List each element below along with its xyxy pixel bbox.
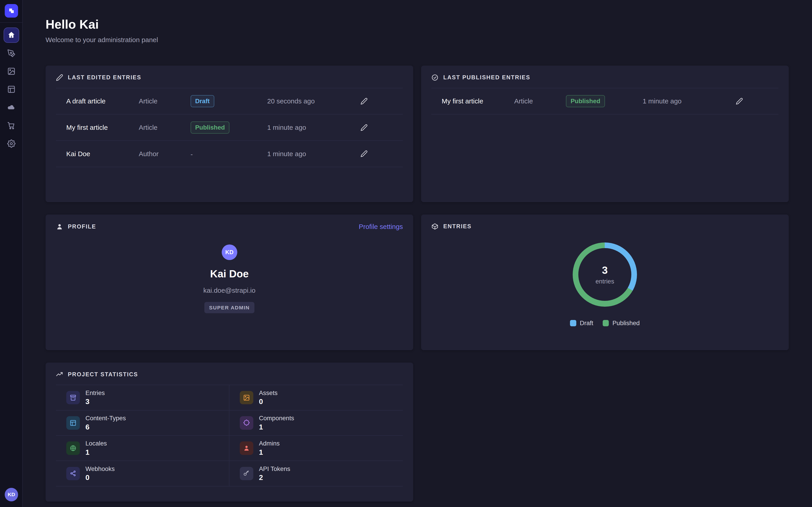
stat-label: Components <box>259 414 294 422</box>
last-edited-header: LAST EDITED ENTRIES <box>56 74 403 81</box>
stat-label: Webhooks <box>86 465 115 472</box>
stat-value: 1 <box>86 448 107 456</box>
page-subtitle: Welcome to your administration panel <box>46 36 789 44</box>
profile-header: PROFILE Profile settings <box>56 223 403 230</box>
stat-value: 6 <box>86 423 126 431</box>
edit-entry-button[interactable] <box>356 120 372 135</box>
entry-name: A draft article <box>66 97 139 105</box>
project-statistics-header: PROJECT STATISTICS <box>56 371 403 378</box>
stats-grid: Entries3 Assets0 Content-Types6 Componen… <box>56 385 403 486</box>
legend-label: Published <box>612 320 640 327</box>
edit-entry-button[interactable] <box>356 94 372 109</box>
card-title: ENTRIES <box>443 223 472 230</box>
entry-type: Article <box>139 97 191 105</box>
media-library-image-icon <box>7 67 15 75</box>
cloud-icon <box>7 103 15 112</box>
edit-entry-button[interactable] <box>356 146 372 162</box>
stat-api-tokens: API Tokens2 <box>230 461 403 486</box>
entries-box-icon <box>70 394 77 401</box>
profile-name: Kai Doe <box>210 268 249 280</box>
entries-header: ENTRIES <box>431 223 778 230</box>
stat-admins: Admins1 <box>230 435 403 461</box>
entries-body: 3 entries Draft Published <box>431 230 778 327</box>
stat-locales: Locales1 <box>56 435 230 461</box>
entry-name: My first article <box>442 97 514 105</box>
profile-avatar: KD <box>222 244 237 260</box>
locales-globe-icon <box>70 445 77 452</box>
profile-settings-link[interactable]: Profile settings <box>359 223 403 230</box>
status-badge: Draft <box>191 95 214 107</box>
sidebar-item-deploy[interactable] <box>4 100 18 115</box>
main-content: Hello Kai Welcome to your administration… <box>23 0 812 507</box>
content-manager-pen-icon <box>7 49 15 57</box>
table-row[interactable]: Kai Doe Author - 1 minute ago <box>56 140 403 167</box>
last-published-card: LAST PUBLISHED ENTRIES My first article … <box>421 66 789 202</box>
card-title: PROJECT STATISTICS <box>68 371 138 378</box>
pencil-icon <box>360 124 368 131</box>
stat-label: Content-Types <box>86 414 126 422</box>
page-header: Hello Kai Welcome to your administration… <box>46 17 789 44</box>
user-avatar[interactable]: KD <box>5 488 18 501</box>
stat-value: 1 <box>259 448 280 456</box>
sidebar-nav <box>4 28 18 151</box>
sidebar-item-home[interactable] <box>4 28 18 42</box>
content-types-layout-icon <box>70 419 77 426</box>
settings-gear-icon <box>7 139 15 148</box>
sidebar-item-settings[interactable] <box>4 136 18 151</box>
api-tokens-key-icon <box>243 470 250 477</box>
entry-time: 20 seconds ago <box>267 97 356 105</box>
edit-entry-button[interactable] <box>732 94 747 109</box>
entry-time: 1 minute ago <box>267 150 356 158</box>
status-badge: Published <box>191 121 230 133</box>
cube-icon <box>431 223 439 230</box>
pencil-icon <box>360 150 368 157</box>
legend-item-draft: Draft <box>570 320 593 327</box>
page-title: Hello Kai <box>46 17 789 32</box>
status-badge: Published <box>566 95 605 107</box>
sidebar-item-marketplace[interactable] <box>4 118 18 133</box>
entries-card: ENTRIES 3 entries Draft <box>421 215 789 350</box>
stat-webhooks: Webhooks0 <box>56 461 230 486</box>
sidebar-footer: KD <box>5 488 18 507</box>
app-root: KD Hello Kai Welcome to your administrat… <box>0 0 812 507</box>
last-published-table: My first article Article Published 1 min… <box>431 88 778 115</box>
home-icon <box>7 31 15 39</box>
pencil-icon <box>56 74 63 81</box>
stat-label: API Tokens <box>259 465 290 472</box>
sidebar-item-content-type-builder[interactable] <box>4 82 18 97</box>
draft-swatch <box>570 320 576 326</box>
legend-item-published: Published <box>603 320 640 327</box>
stat-value: 3 <box>86 397 105 406</box>
marketplace-cart-icon <box>7 121 15 130</box>
entries-count-label: entries <box>596 278 614 285</box>
table-row[interactable]: A draft article Article Draft 20 seconds… <box>56 88 403 114</box>
stat-label: Assets <box>259 389 278 397</box>
project-statistics-card: PROJECT STATISTICS Entries3 Assets0 Cont… <box>46 362 413 502</box>
table-row[interactable]: My first article Article Published 1 min… <box>56 114 403 140</box>
last-published-header: LAST PUBLISHED ENTRIES <box>431 74 778 81</box>
strapi-logo[interactable] <box>0 0 23 23</box>
entry-time: 1 minute ago <box>643 97 732 105</box>
donut-center: 3 entries <box>573 242 637 307</box>
pencil-icon <box>360 98 368 105</box>
sidebar-item-media-library[interactable] <box>4 64 18 78</box>
trending-up-icon <box>56 371 63 378</box>
stat-entries: Entries3 <box>56 385 230 410</box>
entry-type: Article <box>139 124 191 131</box>
stat-content-types: Content-Types6 <box>56 410 230 435</box>
person-icon <box>56 223 63 230</box>
stat-assets: Assets0 <box>230 385 403 410</box>
content-type-builder-layout-icon <box>7 85 15 94</box>
sidebar-item-content-manager[interactable] <box>4 46 18 60</box>
components-puzzle-icon <box>243 419 250 426</box>
entry-time: 1 minute ago <box>267 124 356 131</box>
profile-body: KD Kai Doe kai.doe@strapi.io SUPER ADMIN <box>56 244 403 314</box>
stat-label: Admins <box>259 440 280 447</box>
webhooks-share-icon <box>70 470 77 477</box>
chart-legend: Draft Published <box>570 320 640 327</box>
stat-components: Components1 <box>230 410 403 435</box>
entry-type: Author <box>139 150 191 158</box>
stat-value: 0 <box>259 397 278 406</box>
last-edited-card: LAST EDITED ENTRIES A draft article Arti… <box>46 66 413 202</box>
table-row[interactable]: My first article Article Published 1 min… <box>431 88 778 115</box>
